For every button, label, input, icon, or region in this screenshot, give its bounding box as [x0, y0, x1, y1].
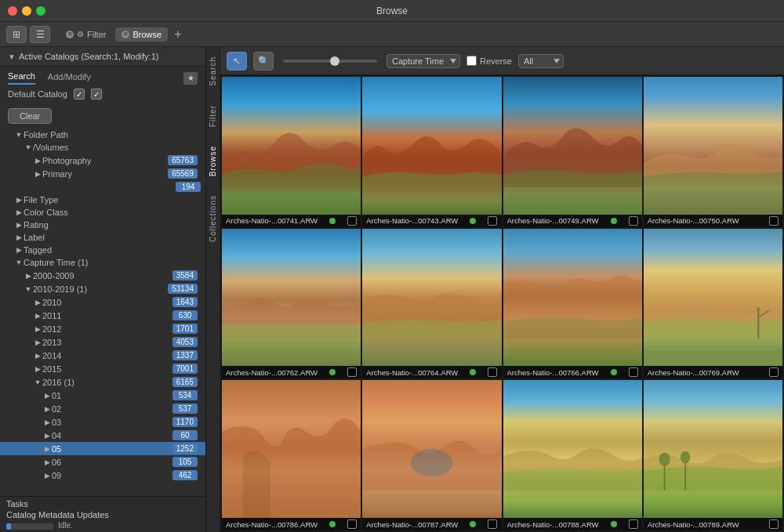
search-tabs: Search Add/Modify ★ — [0, 67, 205, 85]
image-checkbox-9[interactable] — [488, 519, 497, 529]
tagged-item[interactable]: ▶ Tagged — [0, 244, 205, 256]
image-checkbox-3[interactable] — [769, 216, 779, 226]
add-modify-tab[interactable]: Add/Modify — [48, 72, 91, 84]
image-checkbox-2[interactable] — [629, 216, 638, 226]
month-03[interactable]: ▶ 03 1170 — [0, 415, 205, 429]
image-checkbox-10[interactable] — [629, 519, 638, 529]
month-05[interactable]: ▶ 05 1252 — [0, 442, 205, 455]
month-09[interactable]: ▶ 09 462 — [0, 469, 205, 482]
status-dot-0 — [329, 218, 336, 224]
image-grid: Arches-Natio-...00741.ARW Arches-Natio-.… — [220, 75, 784, 532]
image-checkbox-8[interactable] — [347, 519, 357, 529]
month-arrow: ▶ — [42, 471, 52, 480]
image-cell-4[interactable]: Arches-Natio-...00762.ARW — [222, 229, 361, 379]
default-catalog-row: Default Catalog — [0, 85, 205, 103]
year-arrow: ▼ — [24, 284, 33, 294]
file-type-item[interactable]: ▶ File Type — [0, 194, 205, 206]
year-2011[interactable]: ▶ 2011 630 — [0, 309, 205, 322]
year-2000-2009[interactable]: ▶ 2000-2009 3584 — [0, 269, 205, 282]
image-checkbox-5[interactable] — [488, 367, 497, 377]
filter-select[interactable]: All Pick Reject — [518, 54, 564, 68]
month-02[interactable]: ▶ 02 537 — [0, 402, 205, 415]
tab-add-button[interactable]: + — [171, 27, 184, 42]
year-2016[interactable]: ▼ 2016 (1) 6165 — [0, 375, 205, 389]
window-controls — [8, 6, 45, 16]
month-04[interactable]: ▶ 04 60 — [0, 429, 205, 442]
side-tab-search[interactable]: Search — [207, 47, 219, 96]
year-arrow: ▶ — [33, 364, 42, 374]
zoom-tool-button[interactable]: 🔍 — [253, 52, 274, 71]
rating-item[interactable]: ▶ Rating — [0, 219, 205, 231]
search-checkbox[interactable] — [74, 89, 85, 100]
image-checkbox-6[interactable] — [629, 367, 638, 377]
image-thumb-7 — [644, 229, 782, 367]
minimize-button[interactable] — [22, 6, 31, 16]
year-2015[interactable]: ▶ 2015 7001 — [0, 362, 205, 375]
image-cell-10[interactable]: Arches-Natio-...00788.ARW — [503, 380, 642, 530]
image-cell-3[interactable]: Arches-Natio-...00750.ARW — [644, 77, 782, 227]
tab-filter-close[interactable]: ✕ — [66, 31, 74, 38]
volumes-arrow: ▼ — [24, 143, 33, 152]
image-cell-11[interactable]: Arches-Natio-...00789.ARW — [644, 380, 782, 530]
image-checkbox-7[interactable] — [769, 367, 779, 377]
image-cell-8[interactable]: Arches-Natio-...00786.ARW — [222, 380, 361, 530]
gear-icon: ⚙ — [77, 30, 84, 38]
year-label: 2013 — [42, 338, 172, 347]
label-item[interactable]: ▶ Label — [0, 231, 205, 244]
year-2010-2019[interactable]: ▼ 2010-2019 (1) 53134 — [0, 282, 205, 295]
zoom-slider-thumb[interactable] — [330, 56, 339, 66]
tab-filter[interactable]: ✕ ⚙ Filter — [60, 27, 112, 42]
close-button[interactable] — [8, 6, 17, 16]
image-thumb-5 — [362, 229, 501, 367]
primary-item[interactable]: ▶ Primary 65569 — [0, 167, 205, 180]
maximize-button[interactable] — [36, 6, 45, 16]
catalog-header-text: Active Catalogs (Search:1, Modify:1) — [19, 52, 159, 61]
cursor-tool-button[interactable]: ↖ — [227, 52, 247, 71]
clear-button[interactable]: Clear — [8, 108, 52, 124]
month-count: 1170 — [172, 417, 198, 427]
image-cell-5[interactable]: Arches-Natio-...00764.ARW — [362, 229, 501, 379]
addmod-checkbox[interactable] — [91, 89, 102, 100]
tab-browse-close[interactable]: ✕ — [122, 31, 129, 38]
month-arrow: ▶ — [42, 404, 52, 414]
month-01[interactable]: ▶ 01 534 — [0, 389, 205, 402]
month-06[interactable]: ▶ 06 105 — [0, 455, 205, 469]
sort-select[interactable]: Capture Time File Name Date Modified Rat… — [387, 54, 460, 68]
image-footer-11: Arches-Natio-...00789.ARW — [644, 518, 782, 530]
star-button[interactable]: ★ — [183, 72, 198, 85]
color-class-item[interactable]: ▶ Color Class — [0, 206, 205, 219]
image-checkbox-4[interactable] — [347, 367, 357, 377]
image-cell-7[interactable]: Arches-Natio-...00769.ARW — [644, 229, 782, 379]
image-cell-6[interactable]: Arches-Natio-...00766.ARW — [503, 229, 642, 379]
image-cell-2[interactable]: Arches-Natio-...00749.ARW — [503, 77, 642, 227]
folder-path-item[interactable]: ▼ Folder Path — [0, 128, 205, 141]
grid-view-button[interactable]: ⊞ — [6, 26, 27, 43]
year-2013[interactable]: ▶ 2013 4053 — [0, 335, 205, 349]
tab-browse[interactable]: ✕ Browse — [115, 27, 168, 42]
image-checkbox-11[interactable] — [769, 519, 779, 529]
image-cell-9[interactable]: Arches-Natio-...00787.ARW — [362, 380, 501, 530]
year-2014[interactable]: ▶ 2014 1337 — [0, 349, 205, 362]
capture-time-item[interactable]: ▼ Capture Time (1) — [0, 256, 205, 269]
side-tab-collections[interactable]: Collections — [207, 186, 219, 252]
reverse-label: Reverse — [466, 56, 512, 66]
volumes-item[interactable]: ▼ /Volumes — [0, 141, 205, 154]
status-dot-4 — [329, 369, 336, 375]
reverse-checkbox[interactable] — [466, 56, 477, 66]
status-dot-2 — [611, 218, 617, 224]
search-tab[interactable]: Search — [8, 71, 35, 85]
photography-item[interactable]: ▶ Photography 65763 — [0, 154, 205, 167]
image-checkbox-0[interactable] — [347, 216, 357, 226]
year-2010[interactable]: ▶ 2010 1643 — [0, 295, 205, 309]
list-view-button[interactable]: ☰ — [30, 26, 50, 43]
zoom-slider[interactable] — [283, 60, 377, 63]
image-cell-0[interactable]: Arches-Natio-...00741.ARW — [222, 77, 361, 227]
image-checkbox-1[interactable] — [488, 216, 497, 226]
year-2012[interactable]: ▶ 2012 1701 — [0, 322, 205, 335]
folder-path-arrow: ▼ — [14, 130, 24, 139]
side-tab-filter[interactable]: Filter — [207, 96, 219, 136]
year-count: 1337 — [172, 350, 198, 360]
month-count: 534 — [172, 390, 198, 400]
image-cell-1[interactable]: Arches-Natio-...00743.ARW — [362, 77, 501, 227]
side-tab-browse[interactable]: Browse — [207, 136, 219, 186]
